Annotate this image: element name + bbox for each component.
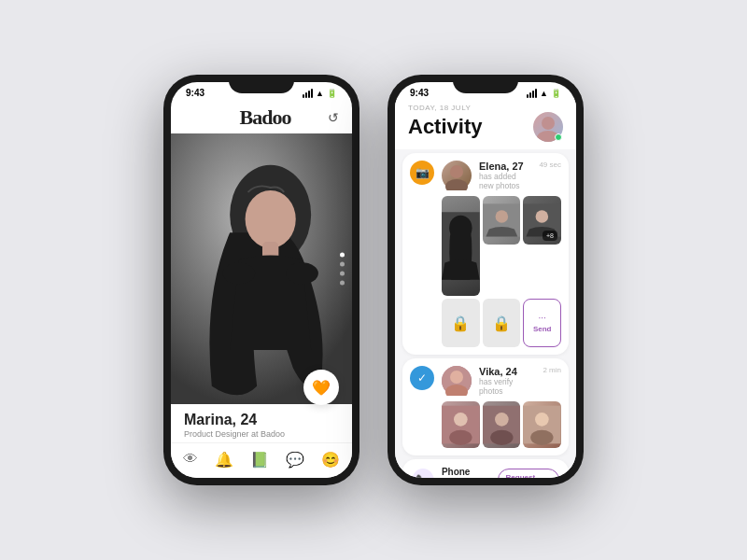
activity-title-row: Activity xyxy=(408,112,563,142)
status-icons-left: ▲ 🔋 xyxy=(303,89,337,98)
vika-name: Vika, 24 xyxy=(479,366,535,377)
svg-point-27 xyxy=(535,413,549,427)
bar1 xyxy=(303,94,304,98)
time-left: 9:43 xyxy=(186,88,204,98)
vika-action: has verify photos xyxy=(479,377,535,396)
svg-point-25 xyxy=(490,430,513,445)
photo-tr1 xyxy=(483,196,521,245)
profile-info: Marina, 24 Product Designer at Badoo xyxy=(171,404,352,442)
photo-action-icon: 📷 xyxy=(410,161,434,185)
elena-info: Elena, 27 has added new photos xyxy=(479,161,531,190)
profile-subtitle: Product Designer at Badoo xyxy=(184,429,339,439)
tab-profile[interactable]: 😊 xyxy=(321,451,340,469)
profile-image xyxy=(171,133,352,404)
dot-3 xyxy=(340,272,345,276)
svg-point-24 xyxy=(495,413,509,427)
phone-number-card: 📞 Phone number Verified Request acces xyxy=(402,459,569,478)
vika-info: Vika, 24 has verify photos xyxy=(479,366,535,396)
left-phone: 9:43 ▲ 🔋 Badoo ↺ xyxy=(163,75,359,485)
bar4 xyxy=(311,89,313,98)
rbar2 xyxy=(529,92,531,98)
bar3 xyxy=(308,91,310,98)
svg-point-8 xyxy=(450,165,463,178)
vika-time: 2 min xyxy=(543,366,561,374)
notch xyxy=(229,75,294,93)
left-screen: 9:43 ▲ 🔋 Badoo ↺ xyxy=(171,82,352,478)
activity-title: Activity xyxy=(408,115,482,139)
profile-name: Marina, 24 xyxy=(184,412,339,428)
svg-point-4 xyxy=(222,262,255,284)
app-logo: Badoo xyxy=(240,105,291,130)
vika-avatar xyxy=(442,366,472,396)
vika-card: ✓ Vika, 24 has verify photos 2 min xyxy=(402,358,569,455)
elena-name: Elena, 27 xyxy=(479,161,531,172)
tab-messages[interactable]: 💬 xyxy=(286,451,304,469)
activity-date: Today, 18 July xyxy=(408,104,563,112)
svg-point-14 xyxy=(495,210,508,223)
vika-photo-3 xyxy=(523,401,561,448)
svg-point-18 xyxy=(450,371,463,384)
elena-svg xyxy=(442,161,472,190)
vika-photo-2 xyxy=(483,401,521,448)
vika-svg xyxy=(442,366,472,396)
tab-discover[interactable]: 👁 xyxy=(183,451,198,469)
elena-avatar xyxy=(442,161,472,190)
verify-action-icon: ✓ xyxy=(410,366,434,390)
more-badge: +8 xyxy=(543,231,557,241)
bottom-tabs: 👁 🔔 📗 💬 😊 xyxy=(171,442,352,478)
wifi-icon-r: ▲ xyxy=(540,89,548,98)
tab-notifications[interactable]: 🔔 xyxy=(215,451,233,469)
right-screen: 9:43 ▲ 🔋 Today, 18 July Activity xyxy=(395,82,576,478)
user-avatar-header[interactable] xyxy=(533,112,563,142)
elena-header: 📷 Elena, 27 has added new photos 49 sec xyxy=(410,161,561,190)
request-access-button[interactable]: Request acces xyxy=(498,469,559,479)
svg-point-5 xyxy=(286,262,318,284)
svg-point-28 xyxy=(530,430,553,445)
battery-icon-r: 🔋 xyxy=(551,89,561,98)
heart-icon: 🧡 xyxy=(312,379,331,397)
phone-icon: 📞 xyxy=(412,469,434,479)
photo-br1: +8 xyxy=(523,196,561,245)
svg-point-6 xyxy=(542,117,555,130)
phone-number-title: Phone number xyxy=(442,467,498,478)
time-right: 9:43 xyxy=(410,88,429,98)
elena-card: 📷 Elena, 27 has added new photos 49 sec xyxy=(402,153,569,355)
photo-tr-svg xyxy=(483,196,521,245)
svg-point-21 xyxy=(454,413,468,427)
vp1-svg xyxy=(442,401,480,448)
vp3-svg xyxy=(523,401,561,448)
vika-header: ✓ Vika, 24 has verify photos 2 min xyxy=(410,366,561,396)
wifi-icon: ▲ xyxy=(316,89,324,98)
dot-4 xyxy=(340,281,345,286)
activity-feed[interactable]: 📷 Elena, 27 has added new photos 49 sec xyxy=(395,149,576,478)
tab-matches[interactable]: 📗 xyxy=(250,451,269,469)
dot-2 xyxy=(340,262,345,267)
elena-photos: +8 xyxy=(442,196,561,296)
status-icons-right: ▲ 🔋 xyxy=(527,89,561,98)
phone-text-block: Phone number Verified xyxy=(442,467,498,478)
notch-right xyxy=(453,75,518,93)
rbar1 xyxy=(527,94,529,98)
photo-main-svg xyxy=(442,196,480,296)
vika-photo-1 xyxy=(442,401,480,448)
send-dots-icon: ··· xyxy=(538,313,545,323)
dot-1 xyxy=(340,253,345,258)
send-button[interactable]: ··· Send xyxy=(523,299,561,347)
right-phone: 9:43 ▲ 🔋 Today, 18 July Activity xyxy=(388,75,584,485)
locked-photos: 🔒 🔒 ··· Send xyxy=(442,299,561,347)
vp2-svg xyxy=(483,401,521,448)
rbar3 xyxy=(532,91,534,98)
signal-bars-r xyxy=(527,89,537,98)
elena-action: has added new photos xyxy=(479,172,531,190)
like-button[interactable]: 🧡 xyxy=(303,370,339,405)
refresh-icon[interactable]: ↺ xyxy=(328,110,339,125)
svg-point-22 xyxy=(449,430,472,445)
signal-bars xyxy=(303,89,313,98)
elena-time: 49 sec xyxy=(539,161,561,169)
rbar4 xyxy=(535,89,537,98)
locked-1: 🔒 xyxy=(442,299,480,347)
phone-info-row: 📞 Phone number Verified xyxy=(412,467,498,478)
vika-photos xyxy=(442,401,561,448)
app-header: Badoo ↺ xyxy=(171,100,352,133)
person-svg xyxy=(171,133,352,404)
